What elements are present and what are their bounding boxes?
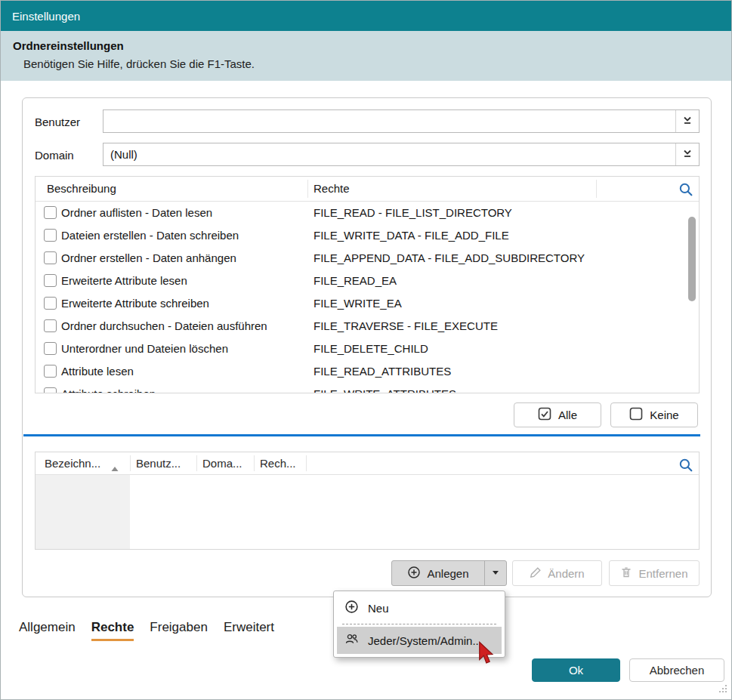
column-header-bezeichnung[interactable]: Bezeichn... (45, 457, 100, 470)
row-rechte: FILE_READ_EA (313, 274, 397, 287)
chevron-down-icon (490, 567, 501, 580)
checkbox-empty-icon (629, 407, 643, 423)
rights-table-row[interactable]: Ordner durchsuchen - Dateien ausführenFI… (36, 315, 699, 338)
dropdown-glyph-icon (681, 147, 693, 162)
alle-button-label: Alle (558, 409, 577, 421)
row-checkbox[interactable] (44, 342, 57, 355)
pencil-icon (530, 566, 542, 581)
dialog-header: Ordnereinstellungen Benötigen Sie Hilfe,… (1, 31, 731, 81)
plus-circle-icon (407, 566, 421, 581)
column-divider (306, 455, 307, 471)
titlebar: Einstellungen (1, 1, 731, 31)
rights-table-header: Beschreibung Rechte (36, 177, 699, 202)
row-beschreibung: Erweiterte Attribute lesen (61, 274, 187, 287)
entfernen-button[interactable]: Entfernen (609, 560, 700, 586)
column-header-domain[interactable]: Doma... (202, 457, 242, 470)
vertical-scrollbar-thumb[interactable] (688, 217, 696, 301)
row-rechte: FILE_READ - FILE_LIST_DIRECTORY (313, 206, 512, 219)
menu-item-label: Neu (368, 602, 389, 615)
section-divider (23, 434, 700, 436)
assigned-search-icon[interactable] (678, 458, 693, 473)
tab-erweitert[interactable]: Erweitert (224, 620, 274, 641)
tab-rechte[interactable]: Rechte (91, 620, 134, 641)
help-hint-text: Benötigen Sie Hilfe, drücken Sie die F1-… (13, 57, 719, 70)
menu-separator (342, 624, 496, 624)
anlegen-button[interactable]: Anlegen (392, 561, 484, 585)
tab-bar: Allgemein Rechte Freigaben Erweitert (19, 620, 274, 641)
row-rechte: FILE_WRITE_DATA - FILE_ADD_FILE (313, 229, 509, 242)
rights-table-row[interactable]: Dateien erstellen - Daten schreibenFILE_… (36, 224, 699, 247)
rights-table-body: Ordner auflisten - Daten lesenFILE_READ … (36, 202, 699, 393)
column-header-benutzer[interactable]: Benutz... (136, 457, 181, 470)
column-header-rechte[interactable]: Rech... (260, 457, 296, 470)
row-checkbox[interactable] (44, 229, 57, 242)
menu-item-neu[interactable]: Neu (337, 594, 502, 621)
row-checkbox[interactable] (44, 297, 57, 310)
row-rechte: FILE_APPEND_DATA - FILE_ADD_SUBDIRECTORY (313, 251, 585, 264)
assigned-table-header: Bezeichn... Benutz... Doma... Rech... (36, 452, 699, 475)
row-rechte: FILE_TRAVERSE - FILE_EXECUTE (313, 319, 498, 332)
rights-table-row[interactable]: Ordner erstellen - Daten anhängenFILE_AP… (36, 247, 699, 270)
row-checkbox[interactable] (44, 319, 57, 332)
benutzer-combobox (103, 109, 700, 133)
keine-button-label: Keine (650, 409, 678, 421)
column-divider (196, 455, 197, 471)
rights-search-icon[interactable] (678, 182, 693, 197)
checkbox-checked-icon (538, 407, 551, 423)
abbrechen-button[interactable]: Abbrechen (629, 658, 724, 682)
anlegen-split-button: Anlegen (391, 560, 507, 586)
settings-dialog: Einstellungen Ordnereinstellungen Benöti… (0, 0, 732, 700)
sorted-column-shade (36, 475, 130, 549)
row-checkbox[interactable] (44, 251, 57, 264)
column-divider (254, 455, 255, 471)
rights-table-row[interactable]: Ordner auflisten - Daten lesenFILE_READ … (36, 202, 699, 224)
row-beschreibung: Ordner auflisten - Daten lesen (61, 206, 212, 219)
domain-dropdown-button[interactable] (675, 143, 699, 165)
row-beschreibung: Ordner erstellen - Daten anhängen (61, 251, 236, 264)
people-icon (344, 632, 359, 649)
keine-button[interactable]: Keine (610, 402, 698, 427)
tab-freigaben[interactable]: Freigaben (150, 620, 208, 641)
aendern-button[interactable]: Ändern (512, 560, 602, 586)
row-beschreibung: Erweiterte Attribute schreiben (61, 297, 209, 310)
row-rechte: FILE_READ_ATTRIBUTES (313, 365, 451, 378)
benutzer-label: Benutzer (35, 116, 80, 128)
column-header-rechte[interactable]: Rechte (313, 182, 350, 195)
rights-table-row[interactable]: Attribute schreibenFILE_WRITE_ATTRIBUTES (36, 383, 699, 393)
row-checkbox[interactable] (44, 365, 57, 378)
rights-table: Beschreibung Rechte Ordner auflisten - D… (35, 176, 700, 393)
domain-combobox (103, 143, 700, 166)
row-beschreibung: Unterordner und Dateien löschen (61, 342, 228, 355)
benutzer-input[interactable] (103, 110, 699, 132)
rights-table-row[interactable]: Unterordner und Dateien löschenFILE_DELE… (36, 338, 699, 360)
window-title: Einstellungen (12, 10, 80, 23)
column-divider (130, 455, 131, 471)
anlegen-button-label: Anlegen (427, 567, 468, 580)
tab-allgemein[interactable]: Allgemein (19, 620, 76, 641)
column-divider (596, 180, 597, 198)
row-beschreibung: Dateien erstellen - Daten schreiben (61, 229, 239, 242)
alle-button[interactable]: Alle (514, 402, 601, 427)
rights-table-row[interactable]: Erweiterte Attribute schreibenFILE_WRITE… (36, 292, 699, 315)
rights-table-row[interactable]: Attribute lesenFILE_READ_ATTRIBUTES (36, 360, 699, 383)
benutzer-dropdown-button[interactable] (675, 110, 699, 132)
row-checkbox[interactable] (44, 274, 57, 287)
row-beschreibung: Attribute lesen (61, 365, 134, 378)
column-header-beschreibung[interactable]: Beschreibung (47, 182, 116, 195)
sort-ascending-icon (111, 461, 119, 475)
page-title: Ordnereinstellungen (13, 39, 719, 52)
resize-grip[interactable] (718, 683, 728, 697)
row-beschreibung: Ordner durchsuchen - Dateien ausführen (61, 319, 267, 332)
row-checkbox[interactable] (44, 206, 57, 219)
row-beschreibung: Attribute schreiben (61, 387, 156, 393)
plus-circle-icon (344, 600, 359, 616)
dropdown-glyph-icon (681, 114, 693, 128)
menu-item-jeder-system-admin[interactable]: Jeder/System/Admin... (337, 627, 502, 654)
row-checkbox[interactable] (44, 387, 57, 393)
anlegen-dropdown-arrow[interactable] (484, 561, 506, 585)
column-divider (307, 180, 308, 198)
ok-button[interactable]: Ok (532, 658, 620, 682)
domain-input[interactable] (103, 143, 699, 165)
rights-table-row[interactable]: Erweiterte Attribute lesenFILE_READ_EA (36, 270, 699, 292)
assigned-rights-table: Bezeichn... Benutz... Doma... Rech... (35, 452, 700, 550)
